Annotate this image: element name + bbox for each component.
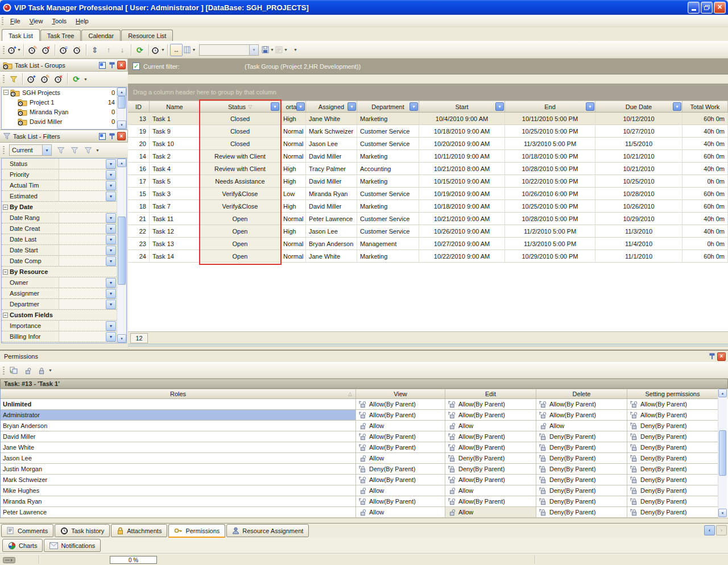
tab-charts[interactable]: Charts — [2, 539, 43, 552]
permission-row[interactable]: Mike HughesAllowAllowDeny(By Parent)Deny… — [1, 485, 728, 496]
permissions-column-header-delete[interactable]: Delete — [536, 389, 627, 399]
chevron-down-icon[interactable]: ▼ — [106, 278, 116, 288]
permissions-pin-icon[interactable] — [708, 352, 716, 361]
chevron-down-icon[interactable]: ▼ — [284, 48, 288, 52]
chevron-down-icon[interactable]: ▼ — [410, 102, 418, 111]
filter-list-scrollbar[interactable]: ▲ ▼ — [117, 159, 126, 343]
column-header-total-work[interactable]: Total Work — [682, 101, 728, 113]
filter-item-priority[interactable]: Priority▼ — [2, 169, 117, 180]
tab-comments[interactable]: Comments — [1, 524, 53, 537]
chevron-down-icon[interactable]: ▼ — [106, 192, 116, 201]
permission-row[interactable]: Bryan AndersonAllowAllowAllowDeny(By Par… — [1, 421, 728, 431]
permission-cell-view[interactable]: Allow(By Parent) — [356, 399, 445, 410]
permission-cell-view[interactable]: Allow(By Parent) — [356, 431, 445, 442]
permission-row[interactable]: Miranda RyanAllow(By Parent)Allow(By Par… — [1, 496, 728, 507]
groups-close-icon[interactable]: × — [117, 61, 126, 69]
permission-cell-setting[interactable]: Deny(By Parent) — [627, 507, 718, 518]
permission-role[interactable]: Bryan Anderson — [1, 421, 356, 431]
permission-cell-delete[interactable]: Allow(By Parent) — [536, 399, 627, 410]
edit-task-button[interactable]: ✎ — [26, 44, 39, 56]
export-button[interactable]: ▼ — [262, 44, 274, 56]
permission-cell-delete[interactable]: Deny(By Parent) — [536, 475, 627, 485]
column-header-department[interactable]: Department▼ — [357, 101, 419, 113]
permission-cell-delete[interactable]: Allow — [536, 421, 627, 431]
menu-item-help[interactable]: Help — [71, 16, 93, 26]
permission-cell-edit[interactable]: Allow — [445, 421, 536, 431]
filter-item-by-resource[interactable]: −By Resource — [2, 267, 117, 277]
scroll-thumb[interactable] — [118, 217, 126, 285]
permission-cell-edit[interactable]: Allow(By Parent) — [445, 442, 536, 453]
tab-attachments[interactable]: Attachments — [111, 524, 167, 537]
menu-item-tools[interactable]: Tools — [47, 16, 71, 26]
chevron-down-icon[interactable]: ▼ — [17, 48, 21, 52]
filter-item-date-last[interactable]: Date Last▼ — [2, 234, 117, 245]
new-item-button[interactable]: ✦ — [25, 73, 38, 85]
permission-row[interactable]: UnlimitedAllow(By Parent)Allow(By Parent… — [1, 399, 728, 410]
permissions-scrollbar[interactable]: ▲ ▼ — [718, 389, 727, 517]
highlight-button[interactable]: ▼ — [151, 44, 165, 56]
expander-icon[interactable]: − — [3, 205, 8, 210]
permission-cell-view[interactable]: Allow — [356, 507, 445, 518]
column-header-name[interactable]: Name — [150, 101, 200, 113]
scroll-up-icon[interactable]: ▲ — [718, 389, 727, 397]
permission-cell-edit[interactable]: Allow(By Parent) — [445, 431, 536, 442]
unlock-tool-button[interactable] — [21, 364, 34, 377]
permissions-hscroll[interactable] — [0, 518, 728, 523]
groups-maximize-icon[interactable] — [98, 61, 106, 69]
permission-cell-view[interactable]: Allow — [356, 421, 445, 431]
column-header-ortan[interactable]: ortan▼ — [280, 101, 306, 113]
filters-close-icon[interactable]: × — [117, 132, 126, 140]
chevron-down-icon[interactable]: ▼ — [106, 181, 116, 190]
scroll-down-icon[interactable]: ▼ — [117, 121, 126, 129]
permission-cell-view[interactable]: Deny(By Parent) — [356, 464, 445, 475]
filter-item-assignmer[interactable]: Assignmer▼ — [2, 288, 117, 299]
permission-cell-delete[interactable]: Deny(By Parent) — [536, 464, 627, 475]
permission-cell-delete[interactable]: Deny(By Parent) — [536, 442, 627, 453]
permission-row[interactable]: Justin MorganDeny(By Parent)Deny(By Pare… — [1, 464, 728, 475]
permission-role[interactable]: Mark Schweizer — [1, 475, 356, 485]
permission-cell-delete[interactable]: Deny(By Parent) — [536, 496, 627, 507]
expander-icon[interactable]: − — [3, 313, 8, 318]
permission-role[interactable]: Justin Morgan — [1, 464, 356, 475]
filter-item-date-comp[interactable]: Date Comp▼ — [2, 256, 117, 267]
chevron-down-icon[interactable]: ▼ — [42, 145, 51, 155]
scroll-thumb[interactable] — [719, 430, 726, 476]
column-header-end[interactable]: End▼ — [505, 101, 595, 113]
chevron-down-icon[interactable]: ▼ — [348, 102, 356, 111]
permission-cell-view[interactable]: Allow(By Parent) — [356, 496, 445, 507]
edit-item-button[interactable]: ✎ — [39, 73, 51, 85]
chevron-down-icon[interactable]: ▼ — [48, 368, 52, 372]
permission-cell-setting[interactable]: Deny(By Parent) — [627, 496, 718, 507]
permissions-column-header-roles[interactable]: Roles△ — [1, 389, 356, 399]
move-down-button[interactable]: ↓ — [116, 44, 129, 56]
current-filter-checkbox[interactable]: ✓ — [133, 63, 140, 70]
permission-cell-edit[interactable]: Deny(By Parent) — [445, 453, 536, 464]
menu-item-view[interactable]: View — [25, 16, 48, 26]
filter-item-actual-tim[interactable]: Actual Tim▼ — [2, 180, 117, 191]
permission-cell-edit[interactable]: Allow — [445, 485, 536, 496]
permissions-column-header-edit[interactable]: Edit — [445, 389, 536, 399]
chevron-down-icon[interactable]: ▼ — [495, 102, 504, 111]
permission-cell-edit[interactable]: Allow(By Parent) — [445, 410, 536, 421]
tab-task-history[interactable]: Task history — [55, 524, 110, 537]
permission-cell-edit[interactable]: Allow(By Parent) — [445, 399, 536, 410]
permission-cell-setting[interactable]: Deny(By Parent) — [627, 464, 718, 475]
column-header-start[interactable]: Start▼ — [419, 101, 505, 113]
chevron-down-icon[interactable]: ▼ — [106, 321, 116, 331]
filter-apply-button[interactable] — [55, 144, 67, 156]
permission-cell-setting[interactable]: Deny(By Parent) — [627, 485, 718, 496]
chevron-down-icon[interactable]: ▼ — [192, 48, 196, 52]
permission-role[interactable]: Mike Hughes — [1, 485, 356, 496]
permission-cell-edit[interactable]: Allow — [445, 507, 536, 518]
tree-item[interactable]: David Miller0 — [2, 117, 117, 126]
scroll-left-icon[interactable]: ‹ — [704, 525, 715, 535]
filter-item-departmer[interactable]: Departmer▼ — [2, 299, 117, 310]
filters-pin-icon[interactable] — [107, 132, 116, 140]
chevron-down-icon[interactable]: ▼ — [96, 148, 100, 152]
filter-item-date-rang[interactable]: Date Rang▼ — [2, 213, 117, 223]
permission-role[interactable]: Jason Lee — [1, 453, 356, 464]
filter-item-date-start[interactable]: Date Start▼ — [2, 245, 117, 256]
tab-notifications[interactable]: Notifications — [44, 539, 101, 552]
permission-cell-view[interactable]: Allow(By Parent) — [356, 410, 445, 421]
filter-item-importance[interactable]: Importance▼ — [2, 321, 117, 331]
